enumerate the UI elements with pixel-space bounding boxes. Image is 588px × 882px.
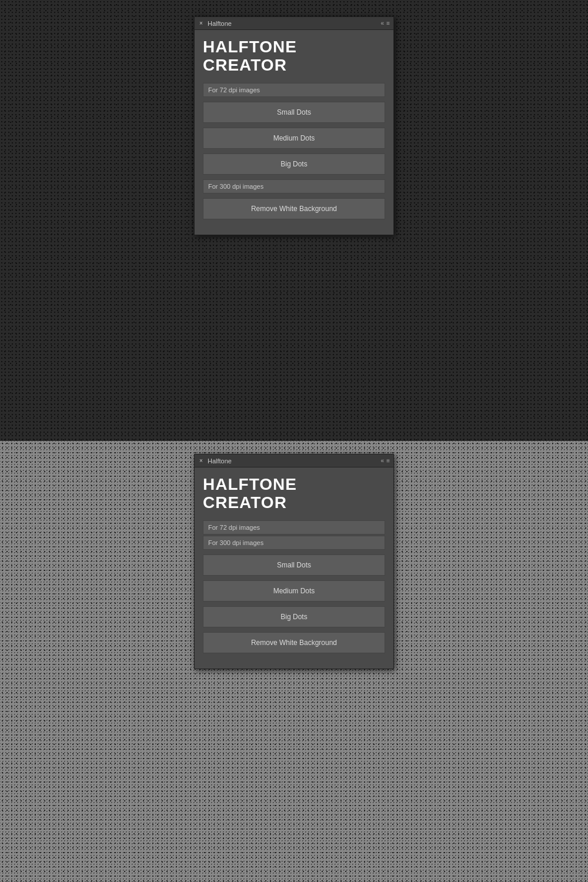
small-dots-button-top[interactable]: Small Dots [203,102,385,123]
panel-body-bottom: HALFTONE CREATOR For 72 dpi images For 3… [195,467,393,669]
titlebar-top: × Halftone « ≡ [195,17,393,30]
big-dots-button-top[interactable]: Big Dots [203,153,385,175]
close-button-top[interactable]: × [198,21,204,26]
close-button-bottom[interactable]: × [198,458,204,464]
section-label-300dpi-top: For 300 dpi images [203,179,385,193]
section-label-72dpi-top: For 72 dpi images [203,83,385,97]
medium-dots-button-bottom[interactable]: Medium Dots [203,580,385,602]
medium-dots-button-top[interactable]: Medium Dots [203,128,385,149]
expand-icon-bottom: « [381,457,385,464]
app-title-top: HALFTONE CREATOR [203,38,385,75]
panel-title-top: Halftone [208,20,232,27]
titlebar-right-bottom: « ≡ [381,457,390,464]
panel-title-bottom: Halftone [208,457,232,465]
panel-wrapper-bottom: × Halftone « ≡ HALFTONE CREATOR For 72 d… [194,454,394,669]
panel-bottom: × Halftone « ≡ HALFTONE CREATOR For 72 d… [194,454,394,669]
titlebar-right-top: « ≡ [381,20,390,26]
remove-white-bg-button-top[interactable]: Remove White Background [203,198,385,219]
section-label-72dpi-bottom: For 72 dpi images [203,520,385,534]
screen-bottom: × Halftone « ≡ HALFTONE CREATOR For 72 d… [0,441,588,882]
remove-white-bg-button-bottom[interactable]: Remove White Background [203,632,385,653]
panel-body-top: HALFTONE CREATOR For 72 dpi images Small… [195,30,393,235]
section-label-300dpi-bottom: For 300 dpi images [203,536,385,550]
app-title-bottom: HALFTONE CREATOR [203,476,385,512]
screen-top: × Halftone « ≡ HALFTONE CREATOR For 72 d… [0,0,588,441]
titlebar-left-top: × Halftone [198,20,232,27]
menu-icon-top[interactable]: ≡ [386,20,390,26]
section-labels-bottom: For 72 dpi images For 300 dpi images [203,520,385,550]
small-dots-button-bottom[interactable]: Small Dots [203,554,385,576]
big-dots-button-bottom[interactable]: Big Dots [203,606,385,627]
expand-icon-top: « [381,20,385,26]
menu-icon-bottom[interactable]: ≡ [386,457,390,464]
titlebar-left-bottom: × Halftone [198,457,232,465]
panel-top: × Halftone « ≡ HALFTONE CREATOR For 72 d… [194,16,394,235]
panel-wrapper-top: × Halftone « ≡ HALFTONE CREATOR For 72 d… [194,16,394,235]
titlebar-bottom: × Halftone « ≡ [195,455,393,467]
